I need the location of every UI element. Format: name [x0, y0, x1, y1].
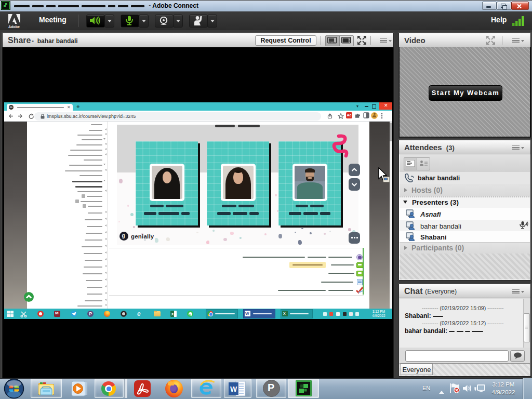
svg-text:Adobe: Adobe	[8, 25, 20, 29]
svg-text:W: W	[230, 385, 237, 393]
